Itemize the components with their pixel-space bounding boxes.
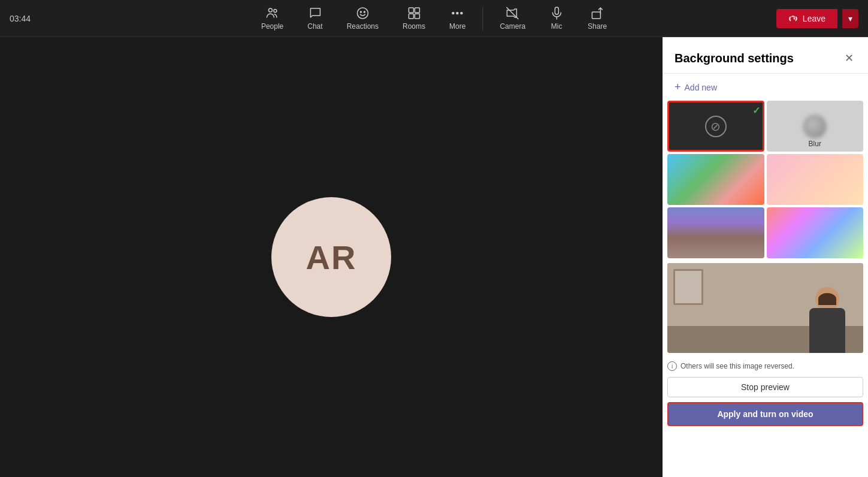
bg-option-waves[interactable]	[667, 154, 764, 205]
avatar-initials: AR	[306, 238, 357, 277]
chat-icon	[308, 6, 322, 20]
sidebar-item-rooms[interactable]: Rooms	[391, 2, 437, 34]
leave-button[interactable]: Leave	[776, 9, 837, 28]
person-body	[809, 308, 845, 353]
svg-rect-5	[409, 8, 413, 13]
right-controls: Leave ▾	[776, 9, 858, 28]
svg-rect-6	[415, 8, 419, 13]
bg-option-colorful[interactable]	[767, 207, 864, 258]
svg-rect-8	[415, 14, 419, 19]
reactions-label: Reactions	[347, 22, 379, 31]
svg-point-3	[360, 11, 361, 13]
person-silhouette	[803, 275, 851, 353]
more-label: More	[449, 22, 465, 31]
sidebar-item-chat[interactable]: Chat	[295, 2, 334, 34]
close-panel-button[interactable]: ✕	[842, 49, 856, 67]
background-settings-panel: Background settings ✕ + Add new ⊘ ✓ Blur	[663, 37, 868, 477]
reactions-icon	[355, 6, 370, 20]
panel-bottom: i Others will see this image reversed. S…	[663, 358, 868, 431]
plus-icon: +	[675, 81, 681, 93]
camera-icon	[506, 6, 520, 20]
blur-preview	[803, 114, 827, 138]
leave-phone-icon	[788, 14, 798, 23]
mic-label: Mic	[551, 22, 562, 31]
svg-point-9	[452, 13, 454, 14]
blur-label: Blur	[809, 140, 821, 148]
background-grid: ⊘ ✓ Blur	[663, 101, 868, 258]
avatar: AR	[271, 197, 391, 317]
svg-point-10	[456, 13, 458, 14]
bg-option-room[interactable]	[667, 207, 764, 258]
leave-chevron-button[interactable]: ▾	[842, 9, 858, 28]
person-hair	[818, 293, 836, 305]
sidebar-item-more[interactable]: More	[437, 2, 477, 34]
sidebar-item-share[interactable]: Share	[576, 2, 619, 34]
svg-point-2	[357, 8, 368, 19]
add-new-label: Add new	[685, 83, 717, 92]
panel-title: Background settings	[675, 52, 794, 65]
sidebar-item-people[interactable]: People	[249, 2, 295, 34]
call-timer: 03:44	[10, 14, 46, 23]
leave-label: Leave	[803, 14, 825, 23]
bg-option-pink[interactable]	[767, 154, 864, 205]
nav-icons: People Chat Reactions	[249, 2, 619, 34]
svg-point-11	[461, 13, 462, 14]
svg-rect-13	[555, 7, 558, 14]
share-label: Share	[588, 22, 607, 31]
sidebar-item-camera[interactable]: Camera	[488, 2, 537, 34]
reversed-text: Others will see this image reversed.	[681, 362, 794, 370]
selected-checkmark: ✓	[752, 105, 760, 116]
preview-video	[667, 263, 863, 353]
preview-mirror	[673, 269, 703, 305]
stop-preview-button[interactable]: Stop preview	[667, 377, 863, 397]
people-label: People	[261, 22, 283, 31]
rooms-label: Rooms	[403, 22, 425, 31]
rooms-icon	[407, 6, 421, 20]
panel-header: Background settings ✕	[663, 37, 868, 74]
apply-label: Apply and turn on video	[717, 409, 813, 419]
mic-icon	[549, 6, 564, 20]
preview-area	[667, 263, 863, 353]
apply-button[interactable]: Apply and turn on video	[667, 402, 863, 426]
people-icon	[265, 6, 280, 20]
svg-rect-7	[409, 14, 413, 19]
person-head	[815, 287, 839, 311]
info-icon: i	[667, 361, 677, 371]
svg-rect-15	[592, 12, 600, 19]
no-background-icon: ⊘	[705, 116, 727, 137]
topbar: 03:44 People Chat	[0, 0, 868, 37]
svg-point-1	[274, 10, 277, 13]
svg-point-4	[364, 11, 365, 13]
bg-option-none[interactable]: ⊘ ✓	[667, 101, 764, 152]
add-new-button[interactable]: + Add new	[663, 74, 868, 101]
nav-divider	[482, 7, 483, 31]
main-video-area: AR	[0, 37, 663, 477]
chat-label: Chat	[307, 22, 322, 31]
stop-preview-label: Stop preview	[741, 382, 790, 392]
camera-label: Camera	[500, 22, 525, 31]
bg-option-blur[interactable]: Blur	[767, 101, 864, 152]
sidebar-item-mic[interactable]: Mic	[537, 2, 576, 34]
reversed-notice: i Others will see this image reversed.	[663, 358, 868, 375]
share-icon	[590, 6, 604, 20]
svg-point-0	[269, 8, 273, 12]
more-icon	[450, 6, 465, 20]
sidebar-item-reactions[interactable]: Reactions	[335, 2, 391, 34]
